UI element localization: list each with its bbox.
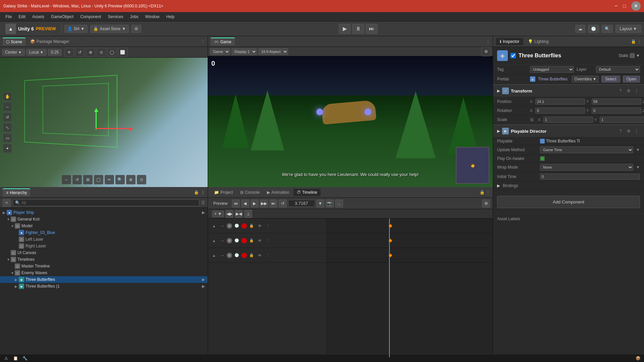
playable-menu-btn[interactable]: ⋮ xyxy=(633,128,640,134)
tool-rotate[interactable]: ↺ xyxy=(72,175,82,184)
position-x-input[interactable] xyxy=(535,99,585,105)
track-expand-btn[interactable]: ▶◀ xyxy=(235,210,243,218)
package-manager-tab[interactable]: 📦 Package Manager xyxy=(27,38,72,45)
track-expand-1[interactable]: ▲ xyxy=(211,223,217,229)
object-active-checkbox[interactable] xyxy=(511,53,516,58)
tl-prev-frame[interactable]: ◀ xyxy=(241,199,249,207)
menu-component[interactable]: Component xyxy=(77,13,104,20)
rotation-y-input[interactable] xyxy=(592,108,641,114)
center-dropdown[interactable]: Center ▼ xyxy=(2,49,25,56)
tree-item-model[interactable]: ▼ □ Model xyxy=(0,223,208,229)
open-button[interactable]: Open xyxy=(623,76,640,82)
scale-tool[interactable]: ⤡ xyxy=(3,123,12,132)
status-asset-icon[interactable]: 📦 xyxy=(635,355,641,362)
static-dropdown-icon[interactable]: ▼ xyxy=(636,53,640,58)
track-lock-1[interactable]: 🔒 xyxy=(248,223,255,229)
hierarchy-tab[interactable]: ≡ Hierarchy xyxy=(3,188,30,196)
track-lock-3[interactable]: 🔒 xyxy=(248,252,255,259)
hierarchy-menu-icon[interactable]: ⋮ xyxy=(201,190,205,195)
global-btn[interactable]: ⊕ xyxy=(86,48,95,57)
game-panel-menu[interactable]: ⋮ xyxy=(486,39,490,44)
tree-item-ui-canvas[interactable]: ▶ □ UI Canvas xyxy=(0,249,208,256)
game-tab[interactable]: 🎮 Game xyxy=(211,38,235,46)
track-expand-2[interactable]: ▲ xyxy=(211,237,217,244)
tl-options[interactable]: … xyxy=(335,199,343,207)
tool-grid[interactable]: ⊞ xyxy=(83,175,93,184)
select-button[interactable]: Select xyxy=(601,76,620,82)
tree-item-left-laser[interactable]: ▶ □ Left Laser xyxy=(0,236,208,243)
playable-director-header[interactable]: ▶ ▶ Playable Director ? ⚙ ⋮ xyxy=(493,124,644,137)
tl-right-btn[interactable]: ⚙ xyxy=(482,199,490,207)
rotate-tool[interactable]: ↺ xyxy=(3,113,12,122)
tree-item-general-kcir[interactable]: ▼ □ General Kcir xyxy=(0,216,208,223)
track-record-1[interactable] xyxy=(241,223,247,229)
aspect-select[interactable]: 16:9 Aspect xyxy=(258,48,288,55)
timeline-time-display[interactable]: 3.7167 xyxy=(288,200,315,207)
tool-extra[interactable]: ⊙ xyxy=(137,175,146,184)
hierarchy-filter-icon[interactable]: ☰ xyxy=(201,200,205,205)
inspector-tab[interactable]: ℹ Inspector xyxy=(496,38,523,45)
tree-item-player-ship[interactable]: ▶ ● Player Ship ▶ xyxy=(0,209,208,216)
track-expand-3[interactable]: ▲ xyxy=(211,252,217,259)
hand-tool[interactable]: ✋ xyxy=(3,92,12,101)
hierarchy-search-input[interactable] xyxy=(21,200,197,205)
custom-tool[interactable]: ✦ xyxy=(3,144,12,153)
tl-goto-end[interactable]: ⏭ xyxy=(269,199,277,207)
play-on-awake-checkbox[interactable]: ✓ xyxy=(540,156,545,161)
play-button[interactable]: ▶ xyxy=(339,24,351,34)
lock-icon[interactable]: 🔒 xyxy=(480,190,485,195)
scene-tab[interactable]: ⬡ Scene xyxy=(3,38,25,46)
tool-collider[interactable]: ◯ xyxy=(94,175,103,184)
step-button[interactable]: ⏭ xyxy=(366,24,378,34)
static-checkbox[interactable] xyxy=(630,53,635,58)
move-gizmo-btn[interactable]: ✛ xyxy=(64,48,74,57)
status-error-icon[interactable]: 📋 xyxy=(12,355,19,362)
playable-settings-btn[interactable]: ⚙ xyxy=(625,128,632,134)
scene-viewport[interactable]: ✋ ↔ ↺ ⤡ ▭ ✦ ↔ ↺ ⊞ ◯ ✏ 🔍 ⊕ ⊙ xyxy=(0,58,208,187)
asset-store-button[interactable]: 🔒 Asset Store ▼ xyxy=(90,25,129,33)
track-collapse-btn[interactable]: ◀▶ xyxy=(225,210,233,218)
display-select[interactable]: Display 1 xyxy=(231,48,257,55)
scene-panel-menu[interactable]: ⋮ xyxy=(201,39,205,44)
inspector-lock-icon[interactable]: 🔒 xyxy=(631,39,636,44)
tree-item-timelines[interactable]: ▼ □ Timelines xyxy=(0,256,208,263)
hierarchy-lock-icon[interactable]: 🔒 xyxy=(194,190,199,195)
menu-gameobject[interactable]: GameObject xyxy=(48,13,76,20)
menu-file[interactable]: File xyxy=(3,13,14,20)
menu-edit[interactable]: Edit xyxy=(16,13,28,20)
lighting-tab[interactable]: 💡 Lighting xyxy=(524,38,552,45)
status-warning-icon[interactable]: ⚠ xyxy=(3,355,9,362)
status-build-icon[interactable]: 🔧 xyxy=(21,355,28,362)
update-method-select[interactable]: Game Time xyxy=(540,146,633,153)
tree-item-right-laser[interactable]: ▶ □ Right Laser xyxy=(0,243,208,249)
menu-jobs[interactable]: Jobs xyxy=(127,13,141,20)
history-button[interactable]: 🕐 xyxy=(588,25,599,33)
rotation-x-input[interactable] xyxy=(535,108,585,114)
menu-assets[interactable]: Assets xyxy=(30,13,47,20)
maximize-button[interactable]: □ xyxy=(623,3,626,9)
tl-play[interactable]: ▶ xyxy=(251,199,259,207)
scale-y-input[interactable] xyxy=(600,117,644,123)
tl-next-frame[interactable]: ▶▶ xyxy=(260,199,268,207)
transform-component-header[interactable]: ▶ ↔ Transform ? ⚙ ⋮ xyxy=(493,84,644,97)
local-dropdown[interactable]: Local ▼ xyxy=(26,49,47,56)
layer-select[interactable]: Default xyxy=(596,66,640,73)
tree-item-enemy-waves[interactable]: ▼ □ Enemy Waves xyxy=(0,269,208,276)
timeline-tab[interactable]: ⏱ Timeline xyxy=(293,189,321,196)
tl-time-dropdown[interactable]: ▼ xyxy=(316,199,324,207)
tl-camera[interactable]: 📷 xyxy=(326,199,334,207)
track-eye-2[interactable]: 👁 xyxy=(256,237,263,244)
animation-tab[interactable]: ▶ Animation xyxy=(264,189,292,196)
inspector-more-icon[interactable]: ⋮ xyxy=(637,39,641,44)
add-track-btn[interactable]: + ▼ xyxy=(212,210,224,217)
playable-help-btn[interactable]: ? xyxy=(617,128,624,134)
game-viewport[interactable]: 0 We're glad to have you here Lieutenant… xyxy=(208,56,493,187)
transform-settings-btn[interactable]: ⚙ xyxy=(625,87,632,94)
tag-select[interactable]: Untagged xyxy=(530,66,574,73)
menu-window[interactable]: Window xyxy=(143,13,162,20)
tool-search[interactable]: 🔍 xyxy=(115,175,125,184)
add-component-button[interactable]: Add Component xyxy=(497,196,640,208)
settings-button[interactable]: ⚙ xyxy=(131,25,141,33)
tree-item-three-butterflies[interactable]: ▶ ◈ Three Butterflies ▶ xyxy=(0,276,208,283)
track-lock-2[interactable]: 🔒 xyxy=(248,237,255,244)
